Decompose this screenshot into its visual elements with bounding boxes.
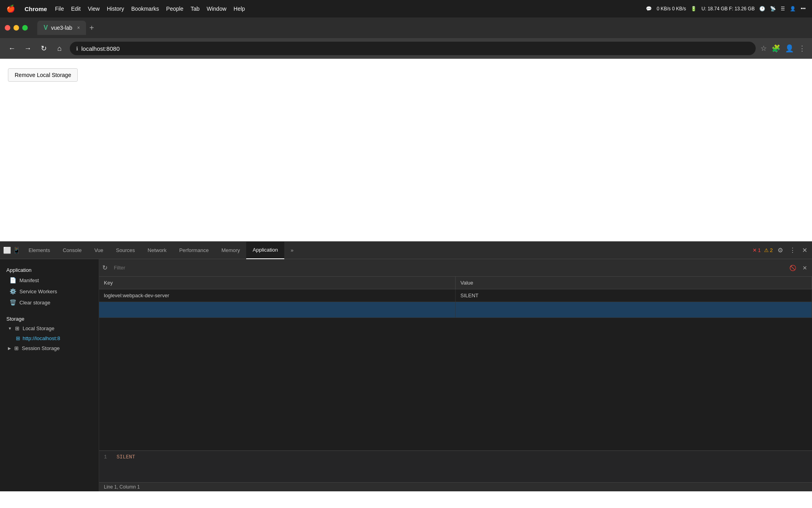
service-worker-icon: ⚙️ [10, 288, 16, 294]
kebab-menu-icon[interactable]: ⋮ [788, 245, 797, 256]
secure-icon: ℹ [76, 46, 78, 52]
minimize-button[interactable] [13, 25, 19, 31]
network-status: 0 KB/s 0 KB/s [657, 6, 686, 12]
tab-close-button[interactable]: × [77, 25, 80, 31]
filter-close-button[interactable]: ✕ [801, 263, 809, 273]
tab-application[interactable]: Application [246, 242, 284, 259]
traffic-lights [5, 25, 28, 31]
sidebar-local-storage-origin[interactable]: ⊞ http://localhost:8 [0, 333, 99, 343]
tab-elements[interactable]: Elements [22, 242, 56, 259]
home-button[interactable]: ⌂ [54, 43, 65, 54]
menu-bookmarks[interactable]: Bookmarks [131, 6, 159, 12]
close-devtools-icon[interactable]: ✕ [801, 245, 809, 256]
forward-button[interactable]: → [22, 43, 33, 54]
trash-icon: 🗑️ [10, 299, 16, 306]
value-preview-line: 1 SILENT [104, 454, 807, 460]
sidebar-local-storage[interactable]: ▼ ⊞ Local Storage [0, 323, 99, 333]
value-preview-text: SILENT [117, 454, 135, 460]
star-icon[interactable]: ☆ [760, 44, 767, 53]
filter-clear-button[interactable]: 🚫 [788, 263, 798, 273]
controlcenter-icon: ☰ [781, 6, 785, 12]
address-bar: ← → ↻ ⌂ ℹ localhost:8080 ☆ 🧩 👤 ⋮ [0, 38, 812, 59]
more-icon: ••• [801, 6, 806, 12]
menu-tab[interactable]: Tab [191, 6, 200, 12]
menu-window[interactable]: Window [207, 6, 226, 12]
close-button[interactable] [5, 25, 10, 31]
error-count: 1 [758, 247, 761, 253]
new-tab-button[interactable]: + [89, 23, 94, 33]
device-icon[interactable]: 📱 [13, 246, 21, 254]
expand-arrow-icon: ▼ [8, 326, 12, 331]
sidebar-item-service-workers-label: Service Workers [19, 289, 57, 294]
devtools-body: Application 📄 Manifest ⚙️ Service Worker… [0, 259, 812, 491]
grid-small-icon: ⊞ [16, 335, 20, 341]
menu-history[interactable]: History [107, 6, 124, 12]
remove-local-storage-button[interactable]: Remove Local Storage [8, 68, 78, 82]
menu-help[interactable]: Help [234, 6, 245, 12]
line-number: 1 [104, 454, 112, 460]
menu-view[interactable]: View [88, 6, 100, 12]
sidebar-item-service-workers[interactable]: ⚙️ Service Workers [0, 286, 99, 297]
sidebar-local-storage-origin-label: http://localhost:8 [23, 335, 60, 341]
back-button[interactable]: ← [6, 43, 17, 54]
sidebar-item-clear-storage[interactable]: 🗑️ Clear storage [0, 297, 99, 308]
tab-memory[interactable]: Memory [215, 242, 246, 259]
address-text: localhost:8080 [81, 45, 120, 52]
warning-count: 2 [770, 247, 773, 253]
warning-icon: ⚠ [764, 247, 769, 253]
address-input-container[interactable]: ℹ localhost:8080 [70, 42, 756, 55]
tab-performance[interactable]: Performance [173, 242, 215, 259]
tab-network[interactable]: Network [141, 242, 173, 259]
sidebar-item-manifest-label: Manifest [19, 277, 39, 283]
sidebar-session-storage[interactable]: ▶ ⊞ Session Storage [0, 343, 99, 353]
sidebar-local-storage-label: Local Storage [23, 325, 54, 331]
chrome-title-bar: V vue3-lab × + [0, 17, 812, 38]
storage-table-container: Key Value loglevel:webpack-dev-server SI… [99, 277, 812, 450]
table-row-empty[interactable] [99, 302, 812, 318]
wechat-icon: 💬 [646, 6, 652, 12]
devtools-tab-bar: ⬜ 📱 Elements Console Vue Sources Network… [0, 242, 812, 259]
value-preview-panel: 1 SILENT [99, 450, 812, 482]
active-tab[interactable]: V vue3-lab × [37, 21, 86, 35]
table-row[interactable]: loglevel:webpack-dev-server SILENT [99, 289, 812, 302]
menu-file[interactable]: File [55, 6, 64, 12]
profile-icon[interactable]: 👤 [785, 44, 794, 53]
filter-refresh-button[interactable]: ↻ [102, 264, 107, 271]
column-value: Value [456, 277, 812, 289]
battery-icon: 🔋 [691, 6, 697, 12]
tab-console[interactable]: Console [56, 242, 88, 259]
menu-edit[interactable]: Edit [71, 6, 80, 12]
sidebar-item-clear-storage-label: Clear storage [19, 300, 50, 306]
sidebar-session-storage-label: Session Storage [22, 345, 59, 351]
maximize-button[interactable] [22, 25, 28, 31]
sidebar-section-application: Application [0, 264, 99, 275]
menu-bar-right: 💬 0 KB/s 0 KB/s 🔋 U: 18.74 GB F: 13.26 G… [646, 6, 806, 12]
devtools-sidebar: Application 📄 Manifest ⚙️ Service Worker… [0, 259, 99, 491]
tab-sources[interactable]: Sources [110, 242, 142, 259]
macos-menu-bar: 🍎 Chrome File Edit View History Bookmark… [0, 0, 812, 17]
inspect-icon[interactable]: ⬜ [3, 246, 11, 254]
devtools-panel: ⬜ 📱 Elements Console Vue Sources Network… [0, 241, 812, 491]
manifest-icon: 📄 [10, 277, 16, 283]
user-icon: 👤 [790, 6, 796, 12]
error-badge: ✕ 1 [753, 247, 761, 253]
tab-bar: V vue3-lab × + [37, 21, 94, 35]
settings-icon[interactable]: ⚙ [776, 245, 785, 256]
tab-more[interactable]: » [284, 242, 300, 259]
extension-icon[interactable]: 🧩 [772, 44, 780, 53]
menu-icon[interactable]: ⋮ [799, 44, 806, 53]
refresh-button[interactable]: ↻ [38, 43, 49, 54]
clock-icon: 🕐 [759, 6, 765, 12]
column-key: Key [99, 277, 456, 289]
row-key: loglevel:webpack-dev-server [99, 289, 456, 302]
grid-session-icon: ⊞ [14, 345, 19, 351]
disk-info: U: 18.74 GB F: 13.26 GB [701, 6, 755, 12]
menu-people[interactable]: People [166, 6, 184, 12]
tab-vue[interactable]: Vue [88, 242, 110, 259]
storage-table: Key Value loglevel:webpack-dev-server SI… [99, 277, 812, 318]
warning-badge: ⚠ 2 [764, 247, 773, 253]
filter-input[interactable] [111, 263, 785, 272]
error-icon: ✕ [753, 247, 757, 253]
apple-menu-icon[interactable]: 🍎 [6, 4, 15, 13]
sidebar-item-manifest[interactable]: 📄 Manifest [0, 275, 99, 286]
